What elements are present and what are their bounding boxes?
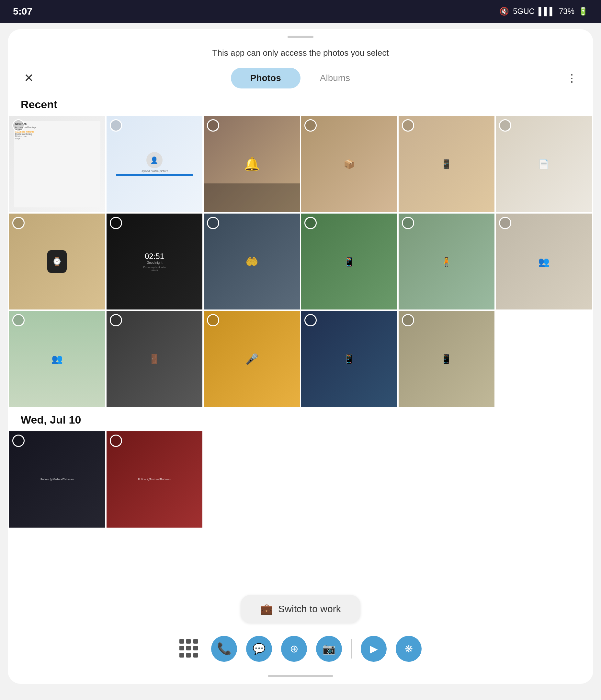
tab-bar: ✕ Photos Albums ⋮ — [8, 65, 593, 92]
mute-icon: 🔇 — [499, 7, 509, 16]
dock-chrome[interactable]: ⊕ — [281, 636, 307, 662]
selection-circle — [12, 217, 25, 229]
selection-circle — [499, 217, 511, 229]
app-dock: 📞 💬 ⊕ 📷 ▶ ❋ — [8, 629, 593, 672]
photo-cell[interactable]: 👥 — [9, 311, 105, 407]
selection-circle — [12, 119, 25, 131]
status-bar: 5:07 🔇 5GUC ▌▌▌ 73% 🔋 — [0, 0, 601, 23]
selection-circle — [402, 217, 414, 229]
photo-cell[interactable]: ⌚ — [9, 214, 105, 310]
selection-circle — [110, 434, 122, 447]
messages-icon: 💬 — [253, 643, 265, 655]
home-indicator[interactable] — [268, 675, 333, 677]
all-apps-button[interactable] — [179, 639, 199, 658]
switch-to-work-container: 💼 Switch to work — [8, 589, 593, 629]
section-recent-header: Recent — [8, 92, 593, 116]
photo-cell[interactable]: 🚪 — [107, 311, 203, 407]
battery-icon: 🔋 — [578, 7, 588, 16]
selection-circle — [110, 217, 122, 229]
photo-grid-recent: Settings Account and backup Google Advan… — [8, 116, 593, 407]
tab-photos[interactable]: Photos — [231, 68, 300, 89]
selection-circle — [305, 119, 317, 131]
photo-cell[interactable]: 📄 — [496, 116, 592, 212]
dock-phone[interactable]: 📞 — [211, 636, 237, 662]
tab-albums[interactable]: Albums — [300, 68, 369, 89]
nav-bar — [8, 672, 593, 684]
status-time: 5:07 — [13, 6, 32, 17]
photo-cell[interactable]: 📱 — [399, 116, 495, 212]
more-button[interactable]: ⋮ — [564, 69, 580, 88]
bottom-section: 💼 Switch to work 📞 💬 ⊕ — [8, 589, 593, 684]
section-jul10-header: Wed, Jul 10 — [8, 407, 593, 431]
selection-circle — [207, 217, 219, 229]
photo-cell[interactable]: 📱 — [399, 311, 495, 407]
briefcase-icon: 💼 — [260, 603, 273, 615]
selection-circle — [110, 119, 122, 131]
photo-cell[interactable]: 🧍 — [399, 214, 495, 310]
dock-messages[interactable]: 💬 — [246, 636, 272, 662]
selection-circle — [110, 314, 122, 326]
status-right: 🔇 5GUC ▌▌▌ 73% 🔋 — [499, 7, 588, 16]
photo-grid-jul10: Follow @MishaalRahman Follow @MishaalRah… — [8, 431, 593, 528]
photo-cell[interactable]: 📱 — [301, 311, 397, 407]
dock-play[interactable]: ▶ — [361, 636, 387, 662]
phone-icon: 📞 — [217, 642, 232, 656]
permission-notice: This app can only access the photos you … — [8, 38, 593, 65]
selection-circle — [12, 434, 25, 447]
photo-cell[interactable]: 📱 — [301, 214, 397, 310]
photo-cell[interactable]: 02:51 Good night Press any button to unl… — [107, 214, 203, 310]
photo-cell[interactable]: Follow @MishaalRahman — [107, 431, 203, 528]
selection-circle — [305, 217, 317, 229]
tabs-container: Photos Albums — [37, 68, 564, 89]
photo-cell[interactable]: 👥 — [496, 214, 592, 310]
close-button[interactable]: ✕ — [21, 68, 37, 88]
dock-petal[interactable]: ❋ — [396, 636, 422, 662]
photo-cell[interactable]: 👤 Upload profile picture — [107, 116, 203, 212]
play-icon: ▶ — [370, 643, 378, 655]
switch-to-work-label: Switch to work — [278, 603, 341, 615]
signal-bars: ▌▌▌ — [539, 7, 555, 16]
photo-cell[interactable]: 📦 — [301, 116, 397, 212]
main-card: This app can only access the photos you … — [8, 29, 593, 684]
dock-divider — [351, 639, 352, 658]
dock-camera[interactable]: 📷 — [316, 636, 342, 662]
photo-cell[interactable]: 🔔 — [204, 116, 300, 212]
scroll-content[interactable]: Recent Settings Account and backup Googl… — [8, 92, 593, 656]
photo-cell[interactable]: Settings Account and backup Google Advan… — [9, 116, 105, 212]
battery-level: 73% — [559, 7, 574, 16]
chrome-icon: ⊕ — [290, 643, 298, 655]
drag-handle[interactable] — [288, 36, 313, 38]
petal-icon: ❋ — [405, 643, 413, 655]
photo-cell[interactable]: 🤲 — [204, 214, 300, 310]
photo-cell[interactable]: Follow @MishaalRahman — [9, 431, 105, 528]
network-label: 5GUC — [513, 7, 534, 16]
switch-to-work-button[interactable]: 💼 Switch to work — [241, 595, 360, 623]
photo-cell[interactable]: 🎤 — [204, 311, 300, 407]
camera-icon: 📷 — [322, 643, 336, 655]
selection-circle — [402, 314, 414, 326]
selection-circle — [402, 119, 414, 131]
